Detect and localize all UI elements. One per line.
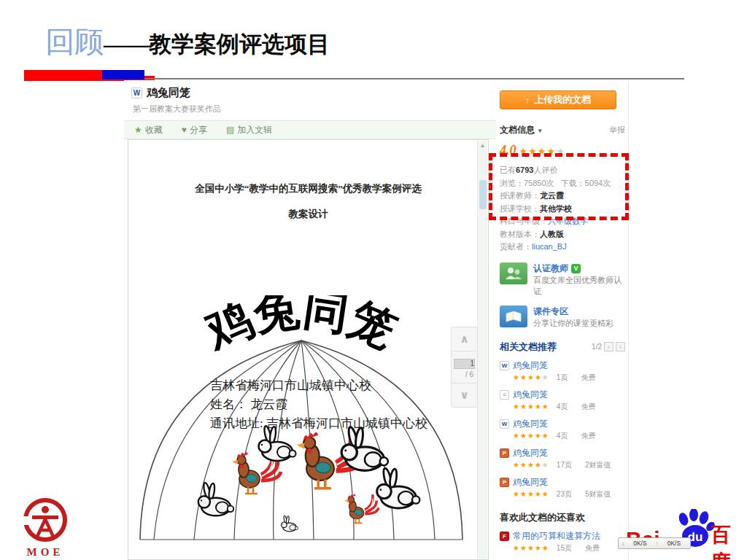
upload-label: 上传我的文档 (534, 93, 591, 106)
slide-title: 回顾——教学案例评选项目 (45, 22, 330, 62)
favorite-button[interactable]: ★ 收藏 (134, 124, 163, 136)
heart-icon: ♥ (182, 125, 187, 135)
courseware-zone-link[interactable]: 课件专区 (533, 306, 568, 318)
page-count: 1页 (557, 373, 568, 383)
rabbit-illustration (282, 516, 298, 532)
moe-emblem-icon (20, 497, 71, 542)
page-navigator: ∧ / 6 ∨ (451, 327, 478, 408)
related-doc-item: ≡鸡兔同笼 ★★★★★4页免费 (500, 389, 628, 412)
price-label: 5财富值 (585, 489, 611, 499)
related-doc-item: W鸡兔同笼 ★★★★★4页免费 (500, 418, 628, 441)
page-up-button[interactable]: ∧ (452, 327, 477, 351)
price-label: 2财富值 (585, 460, 611, 470)
sidebar: ↑ 上传我的文档 文档信息 ▼ 举报 4.0 ★★★★★ 已有6793人评价 浏… (500, 90, 628, 560)
doc-info-row: 文档信息 ▼ 举报 (500, 124, 625, 136)
page-count: 17页 (557, 460, 572, 470)
courseware-book-icon (500, 306, 527, 327)
courseware-zone-desc: 分享让你的课堂更精彩 (533, 319, 614, 327)
moe-label: MOE (15, 546, 76, 559)
slide-title-dash: —— (104, 31, 149, 58)
stat-teacher: 授课教师：龙云霞 (500, 190, 628, 203)
rating-score: 4.0 (500, 143, 516, 158)
page-count: 4页 (557, 431, 568, 441)
price-label: 免费 (585, 543, 600, 553)
scrollbar-thumb[interactable] (479, 180, 487, 209)
page-count: 15页 (557, 543, 572, 553)
preview-heading-2: 教案设计 (128, 208, 488, 221)
word-doc-icon: W (500, 419, 509, 429)
liked-docs-header-row: 喜欢此文档的还喜欢 (500, 511, 625, 524)
courseware-zone-block: 课件专区 分享让你的课堂更精彩 (500, 306, 628, 329)
subject-link[interactable]: 六年级数学 (548, 217, 588, 225)
related-page-indicator: 1/2 (592, 343, 602, 351)
add-to-collection-button[interactable]: ▤ 加入文辑 (226, 124, 272, 136)
related-doc-link[interactable]: 鸡兔同笼 (513, 418, 548, 430)
stat-school: 授课学校：其他学校 (500, 203, 628, 216)
share-button[interactable]: ♥ 分享 (182, 124, 207, 136)
verified-badge-icon: V (571, 264, 581, 273)
ppt-doc-icon: P (500, 448, 509, 458)
chevron-down-icon: ▼ (537, 128, 543, 134)
star-rating: ★★★★ (513, 461, 542, 469)
collect-label: 加入文辑 (237, 124, 272, 136)
upload-speed: 0K/S (661, 540, 687, 547)
slide-canvas: { "slide": { "title_highlight": "回顾", "t… (0, 0, 747, 560)
stat-views-downloads: 浏览：75850次 下载：5094次 (500, 177, 628, 190)
star-rating: ★★★★ (513, 373, 542, 381)
liked-doc-item: F常用的巧算和速算方法 ★★★★★15页免费 (500, 530, 628, 553)
page-count: 23页 (557, 489, 572, 499)
related-prev-button[interactable]: ‹ (604, 342, 614, 351)
decoration-divider-line (64, 78, 684, 79)
related-doc-item: P鸡兔同笼 ★★★★★23页5财富值 (500, 476, 628, 499)
rating-stars-filled: ★★★★ (519, 146, 557, 157)
star-icon: ★ (134, 125, 142, 135)
document-toolbar: ★ 收藏 ♥ 分享 ▤ 加入文辑 (124, 120, 496, 139)
related-doc-item: W鸡兔同笼 ★★★★★1页免费 (500, 359, 628, 383)
upload-icon: ↑ (525, 95, 530, 106)
rating-stars-empty: ★ (556, 146, 565, 157)
star-rating: ★★★★★ (513, 544, 549, 552)
word-doc-icon: W (131, 88, 142, 98)
document-subtitle: 第一届教案大赛获奖作品 (133, 104, 221, 114)
contributor-link[interactable]: liucan_BJ (532, 242, 567, 251)
price-label: 免费 (581, 373, 595, 383)
related-doc-link[interactable]: 鸡兔同笼 (513, 359, 548, 372)
liked-doc-link[interactable]: 常用的巧算和速算方法 (513, 530, 600, 542)
related-doc-link[interactable]: 鸡兔同笼 (513, 447, 548, 459)
scrollbar-up-arrow[interactable]: ▲ (478, 142, 487, 149)
pdf-doc-icon: F (500, 532, 509, 541)
net-speed-widget[interactable]: ↓ 0K/S ↑ 0K/S (618, 537, 691, 549)
rabbit-illustration (341, 427, 388, 471)
document-preview[interactable]: 全国中小学“教学中的互联网搜索”优秀教学案例评选 教案设计 (128, 139, 489, 560)
star-rating: ★★★★★ (513, 402, 549, 411)
certified-teacher-link[interactable]: 认证教师 (533, 262, 568, 275)
page-number-input[interactable] (454, 359, 475, 369)
price-label: 免费 (581, 431, 595, 441)
related-doc-link[interactable]: 鸡兔同笼 (513, 476, 548, 489)
stat-edition: 教材版本：人教版 (500, 228, 628, 241)
rabbit-illustration (377, 467, 420, 508)
report-link[interactable]: 举报 (609, 125, 625, 136)
rabbit-illustration (198, 482, 233, 516)
doc-info-toggle[interactable]: 文档信息 ▼ (500, 124, 543, 136)
rabbit-illustration (259, 425, 296, 461)
related-next-button[interactable]: › (616, 342, 625, 351)
collection-icon: ▤ (226, 125, 234, 135)
upload-arrow-icon: ↑ (656, 540, 659, 547)
preview-scrollbar[interactable]: ▲ (477, 141, 487, 560)
page-count: 4页 (557, 402, 568, 412)
document-title: 鸡兔同笼 (147, 86, 190, 100)
text-doc-icon: ≡ (500, 390, 509, 400)
preview-heading-1: 全国中小学“教学中的互联网搜索”优秀教学案例评选 (128, 182, 488, 195)
upload-document-button[interactable]: ↑ 上传我的文档 (500, 90, 616, 109)
decoration-red-bar (24, 70, 102, 81)
price-label: 免费 (581, 402, 595, 412)
decoration-blue-bar (102, 70, 144, 79)
certified-teacher-icon (500, 262, 527, 284)
cage-illustration: 鸡兔同笼 吉林省梅河口市山城镇中心校 姓名： 龙云霞 通讯地址: 吉林省梅河口市… (134, 295, 471, 560)
slide-title-rest: 教学案例评选项目 (149, 29, 330, 60)
wenku-screenshot: W 鸡兔同笼 第一届教案大赛获奖作品 ★ 收藏 ♥ 分享 ▤ 加入文辑 全国中小… (124, 80, 629, 560)
page-down-button[interactable]: ∨ (452, 384, 477, 407)
ppt-doc-icon: P (500, 478, 509, 487)
related-doc-link[interactable]: 鸡兔同笼 (513, 389, 548, 401)
